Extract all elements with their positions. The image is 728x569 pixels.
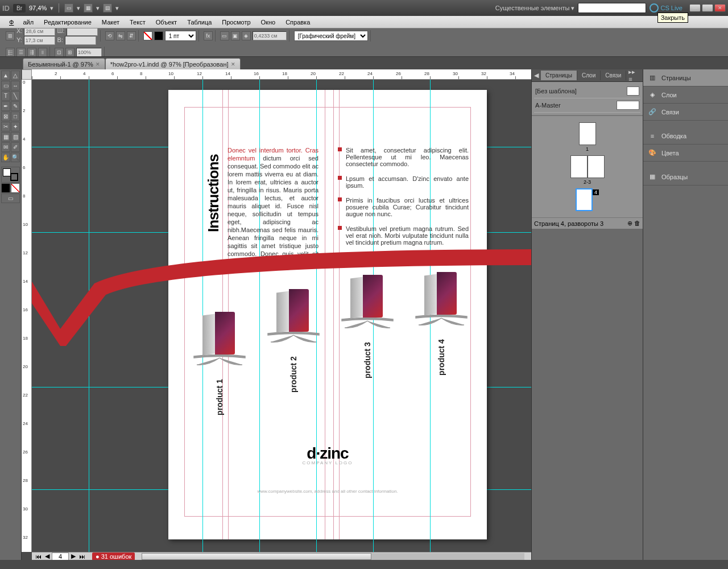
stroke-icon[interactable]	[154, 31, 163, 40]
menu-view[interactable]: Просмотр	[217, 18, 255, 27]
arrange-button[interactable]: ▦	[84, 3, 93, 13]
type-tool[interactable]: T	[1, 91, 10, 101]
ruler-horizontal[interactable]: 0246810121416182022242628303234363840424…	[32, 69, 531, 80]
canvas[interactable]: 0246810121416182022242628303234363840424…	[22, 69, 531, 560]
gap-tool[interactable]: ↔	[11, 81, 20, 90]
menu-help[interactable]: Справка	[281, 18, 315, 27]
delete-page-button[interactable]: 🗑	[634, 220, 640, 226]
menu-edit[interactable]: Редактирование	[39, 18, 96, 27]
line-tool[interactable]: ╲	[11, 91, 20, 101]
workspace-switcher[interactable]: Существенные элементы ▾	[495, 5, 575, 12]
fit-frame-icon[interactable]: ⊞	[65, 48, 75, 57]
maximize-button[interactable]: □	[702, 4, 713, 12]
page-thumb[interactable]: 1	[579, 122, 596, 152]
ruler-vertical[interactable]: 02468101214161820222426283032343638	[22, 80, 32, 552]
close-button[interactable]: ✕	[714, 4, 726, 12]
gradient-feather-tool[interactable]: ▨	[11, 132, 20, 142]
x-input[interactable]	[24, 28, 55, 36]
panel-tab-links[interactable]: Связи	[601, 71, 626, 80]
page-tool[interactable]: ▭	[1, 81, 10, 90]
menu-file[interactable]: Файл	[5, 18, 38, 27]
rpanel-color[interactable]: 🎨Цвета	[643, 145, 728, 162]
distribute-icon[interactable]: ⫴	[38, 48, 47, 57]
new-page-button[interactable]: ⊕	[627, 220, 632, 226]
ruler-origin[interactable]	[22, 69, 32, 80]
pen-tool[interactable]: ✒	[1, 101, 10, 111]
document-tab[interactable]: *how2pro-v1.indd @ 97% [Преобразован]✕	[105, 58, 241, 69]
wrap-offset-input[interactable]	[253, 31, 287, 40]
master-a[interactable]: A-Master	[534, 98, 640, 113]
prev-page-button[interactable]: ◀	[44, 552, 51, 560]
panel-menu-icon[interactable]: ▸▸ ≡	[626, 68, 643, 83]
flip-v-icon[interactable]: ⇵	[127, 31, 136, 40]
zoom-tool[interactable]: 🔍	[11, 152, 20, 162]
rotate-icon[interactable]: ⟲	[105, 31, 114, 40]
current-page-input[interactable]	[52, 552, 69, 560]
menu-text[interactable]: Текст	[125, 18, 150, 27]
scissors-tool[interactable]: ✂	[1, 122, 10, 131]
apply-color-icon[interactable]	[1, 183, 10, 193]
selection-tool[interactable]: ▲	[1, 71, 10, 80]
master-none[interactable]: [Без шаблона]	[534, 84, 640, 98]
transform-tool[interactable]: ✦	[11, 122, 20, 131]
menu-table[interactable]: Таблица	[183, 18, 216, 27]
document-tab[interactable]: Безымянный-1 @ 97%✕	[23, 58, 105, 69]
panel-tab-layers[interactable]: Слои	[577, 71, 601, 80]
w-input[interactable]	[67, 28, 98, 36]
fill-icon[interactable]	[143, 31, 152, 40]
fit-content-icon[interactable]: ⊡	[55, 48, 64, 57]
align-right-icon[interactable]: ⇶	[27, 48, 36, 57]
pencil-tool[interactable]: ✎	[11, 101, 20, 111]
menu-window[interactable]: Окно	[257, 18, 280, 27]
fill-stroke-toggle[interactable]	[1, 167, 20, 183]
flip-h-icon[interactable]: ⇋	[116, 31, 125, 40]
bridge-button[interactable]: Br	[13, 4, 26, 13]
cslive-button[interactable]: CS Live	[650, 3, 682, 13]
page[interactable]: Instructions Donec vel interdum tortor. …	[168, 90, 487, 539]
dropdown-icon[interactable]: ▾	[50, 5, 53, 12]
rpanel-pages[interactable]: ▥Страницы	[643, 69, 728, 86]
note-tool[interactable]: ✉	[1, 142, 10, 152]
direct-selection-tool[interactable]: △	[11, 71, 20, 80]
minimize-button[interactable]: —	[689, 4, 701, 12]
menu-object[interactable]: Объект	[151, 18, 181, 27]
view-mode-toggle[interactable]: ▭	[1, 193, 20, 203]
rpanel-links[interactable]: 🔗Связи	[643, 104, 728, 121]
next-page-button[interactable]: ▶	[70, 552, 77, 560]
view-options-button[interactable]: ▤	[103, 3, 112, 13]
gradient-tool[interactable]: ▦	[1, 132, 10, 142]
panel-tab-pages[interactable]: Страницы	[541, 71, 577, 80]
apply-none-icon[interactable]	[11, 183, 20, 193]
align-left-icon[interactable]: ⬱	[6, 48, 15, 57]
rpanel-layers[interactable]: ◈Слои	[643, 86, 728, 104]
screen-mode-button[interactable]: ▭	[64, 3, 73, 13]
scale-input[interactable]	[76, 48, 102, 57]
page-thumb[interactable]: 4	[576, 188, 599, 211]
wrap-shape-icon[interactable]: ◈	[242, 31, 251, 40]
object-style-select[interactable]: [Графический фрейм]	[294, 31, 368, 41]
stroke-weight-input[interactable]: 1 пт	[165, 31, 196, 41]
preflight-errors[interactable]: ● 31 ошибок	[92, 552, 135, 560]
rectangle-tool[interactable]: □	[11, 112, 20, 121]
page-thumb[interactable]: 2-3	[570, 155, 605, 185]
panel-collapse-icon[interactable]: ◀	[532, 72, 541, 79]
first-page-button[interactable]: ⏮	[34, 553, 43, 560]
status-scrollbar: ⏮ ◀ ▶ ⏭ ● 31 ошибок	[32, 552, 531, 560]
wrap-none-icon[interactable]: ▭	[220, 31, 229, 40]
close-tab-icon[interactable]: ✕	[96, 61, 100, 67]
effects-icon[interactable]: fx	[204, 31, 213, 40]
wrap-bbox-icon[interactable]: ▣	[231, 31, 240, 40]
search-input[interactable]	[578, 3, 646, 13]
menu-layout[interactable]: Макет	[97, 18, 124, 27]
reference-point-icon[interactable]: ⊞	[6, 31, 15, 40]
scrollbar-horizontal[interactable]	[142, 553, 524, 560]
rectangle-frame-tool[interactable]: ⊠	[1, 112, 10, 121]
align-center-icon[interactable]: ☰	[16, 48, 26, 57]
rpanel-stroke[interactable]: ≡Обводка	[643, 127, 728, 145]
rpanel-swatches[interactable]: ▦Образцы	[643, 168, 728, 185]
zoom-display[interactable]: 97,4%	[29, 5, 47, 11]
last-page-button[interactable]: ⏭	[78, 553, 86, 560]
close-tab-icon[interactable]: ✕	[231, 61, 235, 67]
hand-tool[interactable]: ✋	[1, 152, 10, 162]
eyedropper-tool[interactable]: ✐	[11, 142, 20, 152]
